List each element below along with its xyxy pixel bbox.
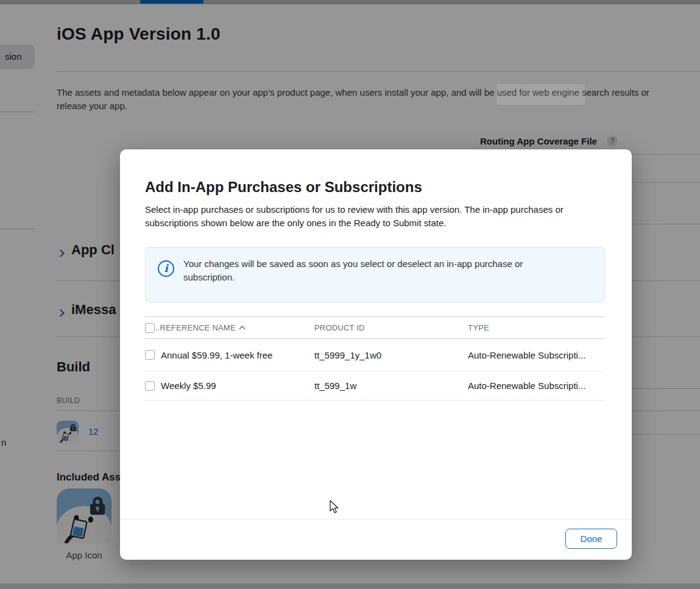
modal-title: Add In-App Purchases or Subscriptions <box>145 179 422 196</box>
row-checkbox-cell <box>145 381 155 391</box>
row-checkbox[interactable] <box>145 350 155 360</box>
product-id-cell: tt_599_1w <box>314 380 468 391</box>
iap-table-row[interactable]: Weekly $5.99 tt_599_1w Auto-Renewable Su… <box>145 371 605 401</box>
reference-name-cell: Weekly $5.99 <box>155 380 314 391</box>
sort-ascending-icon <box>239 326 246 330</box>
type-cell: Auto-Renewable Subscripti... <box>468 380 605 391</box>
add-iap-modal: Add In-App Purchases or Subscriptions Se… <box>120 149 632 560</box>
info-banner-text: Your changes will be saved as soon as yo… <box>183 257 564 284</box>
modal-footer-divider <box>120 519 632 519</box>
type-header[interactable]: TYPE <box>468 323 605 332</box>
reference-name-cell: Annual $59.99, 1-week free <box>155 350 314 360</box>
done-button[interactable]: Done <box>565 529 617 549</box>
select-all-cell <box>145 323 155 333</box>
mouse-cursor <box>329 500 341 515</box>
background-highlight <box>497 84 585 105</box>
reference-name-header[interactable]: ..REFERENCE NAME <box>155 323 314 332</box>
product-id-header[interactable]: PRODUCT ID <box>314 323 468 332</box>
iap-table-header-row: ..REFERENCE NAME PRODUCT ID TYPE <box>145 316 605 339</box>
type-cell: Auto-Renewable Subscripti... <box>468 350 605 360</box>
iap-table: ..REFERENCE NAME PRODUCT ID TYPE Annual … <box>145 316 605 401</box>
info-banner: i Your changes will be saved as soon as … <box>145 247 605 302</box>
modal-subtitle: Select in-app purchases or subscriptions… <box>145 203 606 230</box>
iap-table-row[interactable]: Annual $59.99, 1-week free tt_5999_1y_1w… <box>145 339 605 371</box>
row-checkbox[interactable] <box>145 381 155 391</box>
row-checkbox-cell <box>145 350 155 360</box>
select-all-checkbox[interactable] <box>145 323 155 333</box>
app-store-connect-page: sion n iOS App Version 1.0 The assets an… <box>0 0 700 589</box>
info-circle-icon: i <box>158 260 174 277</box>
product-id-cell: tt_5999_1y_1w0 <box>314 350 468 360</box>
